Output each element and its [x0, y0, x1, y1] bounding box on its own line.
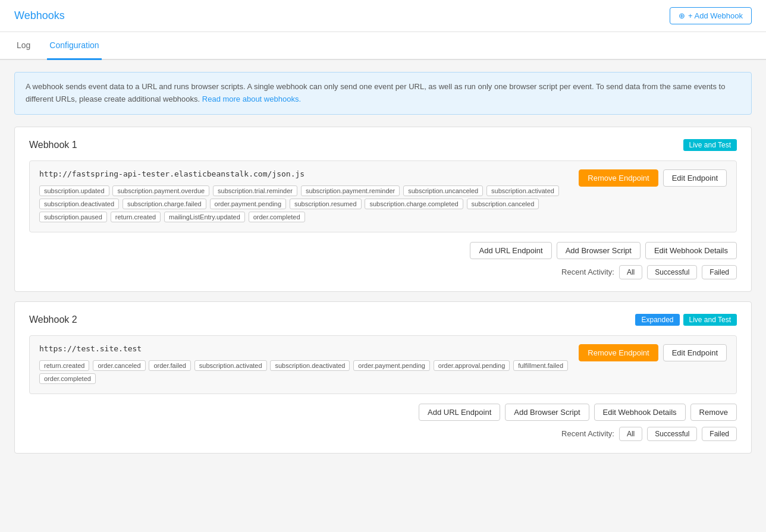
tag: mailingListEntry.updated [164, 212, 245, 222]
endpoint-2-tag-list: return.created order.canceled order.fail… [39, 359, 569, 385]
tag: subscription.paused [39, 212, 107, 222]
top-bar: Webhooks ⊕ + Add Webhook [0, 0, 766, 32]
activity-failed-1-button[interactable]: Failed [702, 265, 737, 279]
activity-successful-2-button[interactable]: Successful [647, 427, 697, 441]
tag: order.payment.pending [353, 360, 430, 371]
edit-endpoint-1-button[interactable]: Edit Endpoint [663, 169, 727, 187]
webhook-2-badge-live-test: Live and Test [683, 314, 737, 326]
endpoint-1-actions: Remove Endpoint Edit Endpoint [579, 169, 727, 187]
tag: subscription.charge.completed [365, 199, 463, 209]
tab-log[interactable]: Log [14, 32, 33, 60]
endpoint-box-2: https://test.site.test return.created or… [29, 335, 737, 394]
webhook-card-1: Webhook 1 Live and Test http://fastsprin… [14, 127, 752, 292]
tag: subscription.uncanceled [403, 185, 483, 196]
endpoint-2-actions: Remove Endpoint Edit Endpoint [579, 344, 727, 361]
webhook-2-title: Webhook 2 [29, 314, 77, 325]
webhook-2-footer: Add URL Endpoint Add Browser Script Edit… [29, 404, 737, 421]
endpoint-2-url: https://test.site.test [39, 344, 569, 353]
webhook-1-recent-activity: Recent Activity: All Successful Failed [29, 265, 737, 279]
endpoint-box-1: http://fastspring-api-tester.elasticbean… [29, 160, 737, 232]
add-url-endpoint-2-button[interactable]: Add URL Endpoint [419, 404, 500, 421]
tag: order.approval.pending [434, 360, 510, 371]
endpoint-2-tags: https://test.site.test return.created or… [39, 344, 569, 385]
endpoint-1-tags: http://fastspring-api-tester.elasticbean… [39, 169, 569, 223]
webhook-1-badges: Live and Test [683, 139, 737, 151]
tag: fulfillment.failed [513, 360, 568, 371]
tag: order.payment.pending [210, 199, 287, 209]
webhook-1-header: Webhook 1 Live and Test [29, 139, 737, 151]
plus-icon: ⊕ [679, 11, 685, 20]
tag: subscription.resumed [290, 199, 362, 209]
webhook-card-2: Webhook 2 Expanded Live and Test https:/… [14, 301, 752, 454]
tag: order.canceled [93, 360, 145, 371]
tag: subscription.canceled [467, 199, 539, 209]
activity-successful-1-button[interactable]: Successful [647, 265, 697, 279]
tag: subscription.payment.overdue [112, 185, 209, 196]
tag: subscription.trial.reminder [213, 185, 297, 196]
tag: subscription.activated [194, 360, 267, 371]
main-content: A webhook sends event data to a URL and … [0, 60, 766, 475]
activity-all-2-button[interactable]: All [619, 427, 642, 441]
endpoint-2-header: https://test.site.test return.created or… [39, 344, 727, 385]
tag: subscription.activated [486, 185, 559, 196]
tag: order.completed [249, 212, 305, 222]
tag: order.completed [39, 373, 96, 384]
remove-webhook-2-button[interactable]: Remove [690, 404, 737, 421]
page-title: Webhooks [14, 10, 65, 22]
webhook-2-header: Webhook 2 Expanded Live and Test [29, 314, 737, 326]
webhook-1-title: Webhook 1 [29, 140, 77, 150]
activity-all-1-button[interactable]: All [619, 265, 642, 279]
tag: return.created [111, 212, 161, 222]
recent-activity-2-label: Recent Activity: [561, 429, 614, 438]
info-text: A webhook sends event data to a URL and … [26, 82, 725, 103]
tag: return.created [39, 360, 89, 371]
remove-endpoint-2-button[interactable]: Remove Endpoint [579, 344, 658, 361]
tag: subscription.deactivated [270, 360, 350, 371]
activity-failed-2-button[interactable]: Failed [702, 427, 737, 441]
tag: subscription.updated [39, 185, 109, 196]
endpoint-1-header: http://fastspring-api-tester.elasticbean… [39, 169, 727, 223]
tag: subscription.payment.reminder [301, 185, 400, 196]
tag: subscription.deactivated [39, 199, 119, 209]
tag: subscription.charge.failed [123, 199, 206, 209]
endpoint-1-url: http://fastspring-api-tester.elasticbean… [39, 169, 569, 178]
webhook-1-footer: Add URL Endpoint Add Browser Script Edit… [29, 242, 737, 259]
webhook-1-badge-live-test: Live and Test [683, 139, 737, 151]
add-webhook-button[interactable]: ⊕ + Add Webhook [670, 7, 752, 24]
remove-endpoint-1-button[interactable]: Remove Endpoint [579, 169, 658, 187]
endpoint-1-tag-list: subscription.updated subscription.paymen… [39, 184, 569, 223]
edit-endpoint-2-button[interactable]: Edit Endpoint [663, 344, 727, 361]
info-box: A webhook sends event data to a URL and … [14, 72, 752, 115]
add-browser-script-1-button[interactable]: Add Browser Script [557, 242, 641, 259]
add-url-endpoint-1-button[interactable]: Add URL Endpoint [470, 242, 551, 259]
edit-webhook-details-1-button[interactable]: Edit Webhook Details [645, 242, 737, 259]
tag: order.failed [149, 360, 190, 371]
tab-configuration[interactable]: Configuration [47, 32, 101, 60]
recent-activity-1-label: Recent Activity: [561, 267, 614, 276]
webhook-2-recent-activity: Recent Activity: All Successful Failed [29, 427, 737, 441]
webhook-2-badges: Expanded Live and Test [635, 314, 737, 326]
read-more-link[interactable]: Read more about webhooks. [202, 95, 301, 103]
edit-webhook-details-2-button[interactable]: Edit Webhook Details [594, 404, 686, 421]
tabs-bar: Log Configuration [0, 32, 766, 60]
webhook-2-badge-expanded: Expanded [635, 314, 679, 326]
add-browser-script-2-button[interactable]: Add Browser Script [505, 404, 589, 421]
